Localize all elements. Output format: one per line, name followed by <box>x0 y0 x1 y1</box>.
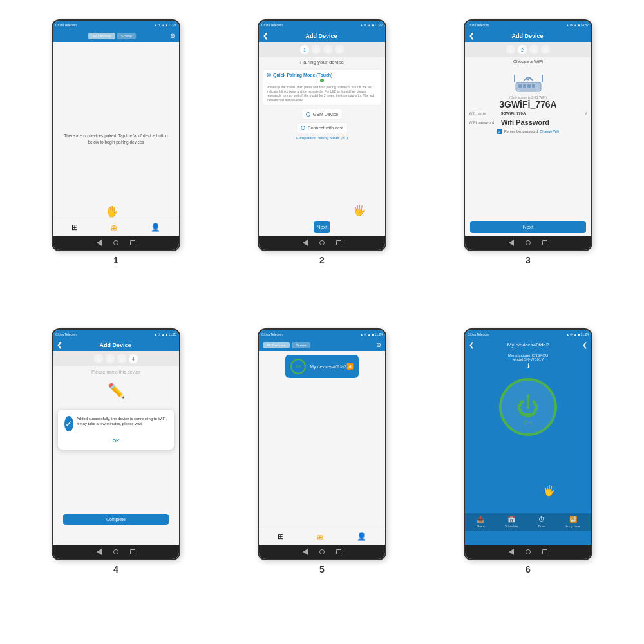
grid-icon-5[interactable]: ⊞ <box>278 532 284 542</box>
recent-btn-4[interactable] <box>130 549 135 554</box>
back-btn-nav-5[interactable] <box>303 549 308 555</box>
home-btn-3[interactable] <box>526 240 531 245</box>
header-4: ❮ Add Device <box>53 339 179 351</box>
timer-label: Timer <box>538 524 546 528</box>
complete-btn[interactable]: Complete <box>63 514 169 525</box>
add-icon-5[interactable]: ⊕ <box>376 341 381 348</box>
radio-gsm[interactable] <box>306 112 310 117</box>
power-button-large[interactable]: ⏻ ON <box>499 378 557 436</box>
schedule-item[interactable]: 📅 Schedule <box>505 516 518 528</box>
header-2: ❮ Add Device <box>259 30 385 42</box>
step-circle-2: 2 <box>312 45 321 54</box>
router-icon <box>511 68 546 93</box>
cursor-hand-1: 🖐 <box>106 205 118 218</box>
home-btn-5[interactable] <box>319 549 325 554</box>
share-label: Share <box>476 524 484 528</box>
next-btn-2[interactable]: Next <box>314 221 330 233</box>
radio-quick[interactable] <box>267 73 271 77</box>
share-icon: 📤 <box>477 516 484 523</box>
grid-icon[interactable]: ⊞ <box>71 223 78 233</box>
settings-icon-6[interactable]: ❮ <box>582 341 587 348</box>
back-icon-6[interactable]: ❮ <box>469 341 474 348</box>
device-name-placeholder: Please name this device <box>88 366 144 377</box>
loop-time-item[interactable]: 🔁 Loop time <box>566 516 580 528</box>
step-label-3: 3 <box>526 255 531 265</box>
svg-rect-2 <box>523 84 526 88</box>
scene-tab-5[interactable]: Scene <box>292 342 310 348</box>
time-2: ▲ ⟳ ▲ ■ 11:22 <box>360 23 383 27</box>
cursor-hand-2: 🖐 <box>353 204 366 216</box>
recent-btn-2[interactable] <box>336 240 341 245</box>
phone-6: China Telecom ▲ ⟳ ▲ ■ 11:24 ❮ My devices… <box>464 328 592 560</box>
wifi-pass-row: WiFi password Wifi Password <box>465 117 591 128</box>
quick-pairing-desc: Power up the model, then press and hold … <box>267 84 377 102</box>
person-icon[interactable]: 👤 <box>151 223 160 233</box>
step-label-1: 1 <box>113 255 118 265</box>
phone-3: China Telecom ▲ ⟳ ▲ ■ 14:57 ❮ Add Device… <box>464 19 592 251</box>
svg-point-7 <box>527 79 529 80</box>
home-btn-6[interactable] <box>526 549 531 554</box>
change-wifi-link[interactable]: Change Wifi <box>540 129 559 133</box>
phone-1: China Telecom ▲ ⟳ ▲ ■ 11:21 All Devices … <box>52 19 180 251</box>
recent-btn-3[interactable] <box>542 240 547 245</box>
menu-icon-1[interactable]: ⊕ <box>170 32 175 39</box>
carrier-4: China Telecom <box>55 332 77 336</box>
status-bar-3: China Telecom ▲ ⟳ ▲ ■ 14:57 <box>465 21 591 30</box>
device-card-5[interactable]: ON My devices40fda2 📶 <box>285 355 358 378</box>
home-btn-4[interactable] <box>113 549 118 554</box>
header-3: ❮ Add Device <box>465 30 591 42</box>
back-btn-nav-2[interactable] <box>303 240 308 246</box>
phone-2: China Telecom ▲ ⟳ ▲ ■ 11:22 ❮ Add Device… <box>258 19 386 251</box>
person-icon-5[interactable]: 👤 <box>357 532 366 542</box>
recent-btn-6[interactable] <box>542 549 547 554</box>
add-icon-orange[interactable]: ⊕ <box>110 223 118 233</box>
timer-item[interactable]: ⏱ Timer <box>538 516 546 528</box>
device-title-6: My devices40fda2 <box>507 342 549 348</box>
nest-option[interactable]: Connect with nest <box>296 122 348 133</box>
add-icon-orange-5[interactable]: ⊕ <box>316 532 324 542</box>
back-btn-nav-6[interactable] <box>509 549 514 555</box>
ok-button[interactable]: OK <box>64 439 167 443</box>
back-btn-nav-4[interactable] <box>97 549 102 555</box>
step-label-6: 6 <box>526 564 531 574</box>
phone-nav-4 <box>53 545 179 559</box>
info-icon-6[interactable]: ℹ <box>508 363 549 369</box>
gsm-option[interactable]: GSM Device <box>301 109 343 120</box>
compat-link[interactable]: Compatible Pairing Mode (AP) <box>294 135 349 141</box>
svg-rect-4 <box>532 84 535 88</box>
wifi-dropdown-arrow[interactable]: ∨ <box>584 111 587 116</box>
back-icon-3[interactable]: ❮ <box>469 32 474 39</box>
step-2-cell: China Telecom ▲ ⟳ ▲ ■ 11:22 ❮ Add Device… <box>225 19 419 316</box>
bottom-icon-bar-5: ⊞ ⊕ 👤 <box>259 529 385 545</box>
home-btn-1[interactable] <box>113 240 118 245</box>
step-circle-4: 4 <box>335 45 344 54</box>
phone-nav-5 <box>259 545 385 559</box>
s6-bottom-bar: 📤 Share 📅 Schedule ⏱ Timer 🔁 Loop time <box>465 513 591 531</box>
remember-checkbox[interactable]: ✓ <box>497 129 502 134</box>
status-bar-1: China Telecom ▲ ⟳ ▲ ■ 11:21 <box>53 21 179 30</box>
quick-pairing-option[interactable]: Quick Pairing Mode (Touch) Power up the … <box>263 69 381 106</box>
power-on-badge-5[interactable]: ON <box>290 359 306 374</box>
green-status-dot <box>320 79 324 82</box>
all-devices-tab[interactable]: All Devices <box>88 33 115 39</box>
step-3-cell: China Telecom ▲ ⟳ ▲ ■ 14:57 ❮ Add Device… <box>431 19 625 316</box>
home-btn-2[interactable] <box>319 240 325 245</box>
wifi-pass-value[interactable]: Wifi Password <box>501 118 549 126</box>
on-label-6: ON <box>524 419 533 426</box>
back-icon-2[interactable]: ❮ <box>263 32 268 39</box>
recent-btn-1[interactable] <box>130 240 135 245</box>
recent-btn-5[interactable] <box>336 549 341 554</box>
next-btn-3[interactable]: Next <box>470 221 586 233</box>
scene-tab[interactable]: Scene <box>117 33 136 39</box>
phone-body-5: ON My devices40fda2 📶 ⊞ ⊕ 👤 <box>259 351 385 545</box>
pencil-icon: ✏️ <box>108 383 125 399</box>
svg-rect-1 <box>518 84 522 88</box>
phone-body-6: Manufacturer:CNSKOU Model:SK-WB01Y ℹ ⏻ O… <box>465 351 591 545</box>
radio-nest[interactable] <box>301 126 305 130</box>
back-btn-nav-3[interactable] <box>509 240 514 246</box>
time-4: ▲ ⟳ ▲ ■ 11:23 <box>154 332 176 336</box>
back-icon-4[interactable]: ❮ <box>57 341 62 348</box>
back-btn-1[interactable] <box>97 240 102 246</box>
all-devices-tab-5[interactable]: All Devices <box>263 342 290 348</box>
share-item[interactable]: 📤 Share <box>476 516 484 528</box>
